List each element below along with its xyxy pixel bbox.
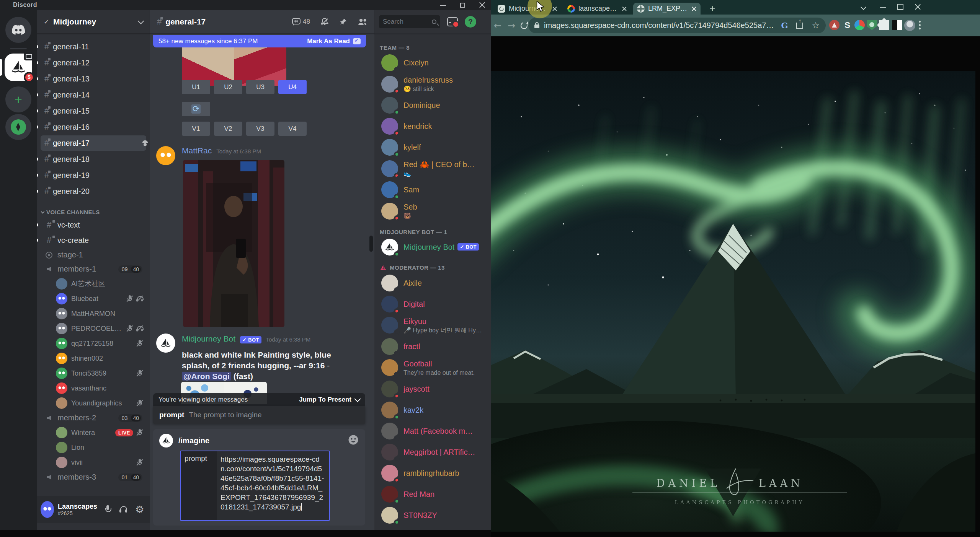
member-row[interactable]: kav2k: [377, 400, 488, 420]
upscale-button[interactable]: U3: [246, 80, 274, 94]
channel-item[interactable]: # general-15: [41, 103, 146, 119]
voice-channel-item[interactable]: # stage-1: [41, 248, 146, 262]
close-button[interactable]: [913, 2, 923, 11]
voice-user-row[interactable]: vasanthanc: [53, 381, 146, 395]
prompt-value[interactable]: https://images.squarespace-cdn.com/conte…: [217, 451, 329, 520]
extension-icon-shield[interactable]: [867, 20, 877, 30]
voice-user-row[interactable]: AI艺术社区: [53, 277, 146, 291]
pinned-messages-button[interactable]: [339, 18, 348, 26]
variation-button[interactable]: V2: [214, 122, 242, 136]
mark-as-read-button[interactable]: Mark As Read: [307, 37, 361, 45]
channel-item[interactable]: # general-19: [41, 168, 146, 183]
help-button[interactable]: ?: [465, 16, 476, 28]
discord-home-button[interactable]: [5, 17, 31, 43]
member-row[interactable]: Seb 🐻: [377, 200, 488, 221]
extension-icon-colorful[interactable]: [854, 20, 865, 30]
channel-item[interactable]: # general-13: [41, 71, 146, 86]
avatar[interactable]: [156, 334, 175, 353]
member-row[interactable]: Matt (Facebook mod): [377, 421, 488, 441]
avatar[interactable]: [41, 501, 54, 518]
profile-avatar[interactable]: [904, 20, 915, 31]
voice-channel-item[interactable]: # vc-create: [41, 233, 146, 247]
voice-user-row[interactable]: Bluebeat: [53, 292, 146, 306]
close-button[interactable]: [479, 2, 485, 8]
tab-close-icon[interactable]: [622, 6, 627, 11]
tab-close-icon[interactable]: [691, 6, 697, 11]
reload-button[interactable]: [520, 21, 528, 30]
member-row[interactable]: Goofball They're made out of meat.: [377, 357, 488, 378]
server-icon-midjourney[interactable]: 5: [5, 54, 32, 81]
member-row[interactable]: Midjourney Bot BOT: [377, 237, 488, 257]
maximize-button[interactable]: [896, 2, 905, 11]
tab-close-icon[interactable]: [552, 6, 557, 11]
tab-search-chevron[interactable]: [859, 2, 868, 11]
extension-icon-red[interactable]: [829, 20, 840, 30]
reroll-button[interactable]: ⟳: [182, 102, 210, 116]
member-row[interactable]: Red 🦀 | CEO of bugs ... 👟: [377, 158, 488, 179]
emoji-picker-button[interactable]: [348, 434, 359, 447]
member-row[interactable]: Dominique: [377, 95, 488, 116]
browser-tab[interactable]: laanscapes northern lights - Goo: [564, 3, 631, 15]
add-server-button[interactable]: +: [5, 86, 31, 112]
member-row[interactable]: Eikyuu 🎤 Hype boy 너만 원해 Hype ...: [377, 315, 488, 336]
deafen-button[interactable]: [117, 503, 130, 516]
notifications-muted-button[interactable]: [320, 17, 329, 26]
voice-user-row[interactable]: Youandigraphics: [53, 396, 146, 410]
upscale-button[interactable]: U4: [278, 80, 307, 94]
bookmark-star-icon[interactable]: ☆: [812, 21, 820, 30]
voice-user-row[interactable]: MattHARMON: [53, 307, 146, 321]
attachment-photo[interactable]: [183, 160, 284, 327]
member-row[interactable]: Red Man: [377, 484, 488, 504]
threads-button[interactable]: 48: [292, 17, 310, 26]
voice-user-row[interactable]: PEDROCOELHO...: [53, 322, 146, 335]
voice-user-row[interactable]: qq271725158: [53, 337, 146, 350]
member-row[interactable]: Aixile: [377, 273, 488, 293]
user-mention[interactable]: @Aron Sōgi: [182, 372, 231, 381]
minimize-button[interactable]: [879, 2, 888, 11]
voice-channel-item[interactable]: # members-1 0940: [41, 262, 146, 276]
channel-item[interactable]: # general-12: [41, 55, 146, 70]
voice-user-row[interactable]: shinen002: [53, 351, 146, 365]
member-row[interactable]: Meggirbot | ARTificial...: [377, 442, 488, 462]
prompt-input[interactable]: prompt https://images.squarespace-cdn.co…: [180, 451, 330, 521]
channel-item[interactable]: # general-18: [41, 151, 146, 167]
chat-scrollbar-thumb[interactable]: [369, 236, 373, 252]
author-name[interactable]: MattRac: [182, 146, 212, 155]
extension-icon-s[interactable]: S: [842, 20, 853, 30]
channel-item[interactable]: # general-20: [41, 184, 146, 199]
channel-item[interactable]: # general-16: [41, 119, 146, 135]
channel-item[interactable]: # general-11: [41, 39, 146, 54]
slash-command-autocomplete[interactable]: prompt The prompt to imagine: [153, 406, 365, 424]
jump-to-present-button[interactable]: Jump To Present: [299, 396, 360, 404]
channel-item[interactable]: # general-17: [41, 135, 146, 151]
voice-channels-header[interactable]: VOICE CHANNELS: [41, 209, 147, 215]
voice-user-row[interactable]: Tonci53859: [53, 366, 146, 380]
upscale-button[interactable]: U1: [182, 80, 210, 94]
extensions-puzzle-icon[interactable]: [879, 20, 889, 30]
forward-button[interactable]: →: [505, 20, 518, 31]
member-row[interactable]: ST0N3ZY: [377, 505, 488, 526]
voice-user-row[interactable]: Wintera LIVE: [53, 426, 146, 439]
channel-item[interactable]: # general-14: [41, 87, 146, 103]
search-box[interactable]: [379, 15, 440, 28]
browser-menu-icon[interactable]: [919, 20, 921, 30]
member-row[interactable]: ramblingrhubarb: [377, 463, 488, 483]
inbox-button[interactable]: [447, 17, 458, 26]
extension-icon-contrast[interactable]: [892, 20, 902, 30]
maximize-button[interactable]: [459, 2, 466, 8]
url-text[interactable]: images.squarespace-cdn.com/content/v1/5c…: [544, 21, 776, 30]
voice-user-row[interactable]: Lion: [53, 441, 146, 454]
member-row[interactable]: kylelf: [377, 137, 488, 158]
address-bar[interactable]: images.squarespace-cdn.com/content/v1/5c…: [528, 18, 826, 33]
mute-button[interactable]: [101, 503, 114, 516]
member-row[interactable]: danielrussruss 🤒 still sick: [377, 73, 488, 94]
upscale-button[interactable]: U2: [214, 80, 242, 94]
variation-button[interactable]: V4: [278, 122, 307, 136]
author-name[interactable]: Midjourney Bot: [182, 334, 235, 343]
member-row[interactable]: Cixelyn: [377, 52, 488, 73]
member-row[interactable]: Digital: [377, 294, 488, 314]
member-row[interactable]: kendrick: [377, 116, 488, 137]
variation-button[interactable]: V3: [246, 122, 274, 136]
voice-channel-item[interactable]: # vc-text: [41, 218, 146, 232]
search-input[interactable]: [383, 18, 429, 26]
